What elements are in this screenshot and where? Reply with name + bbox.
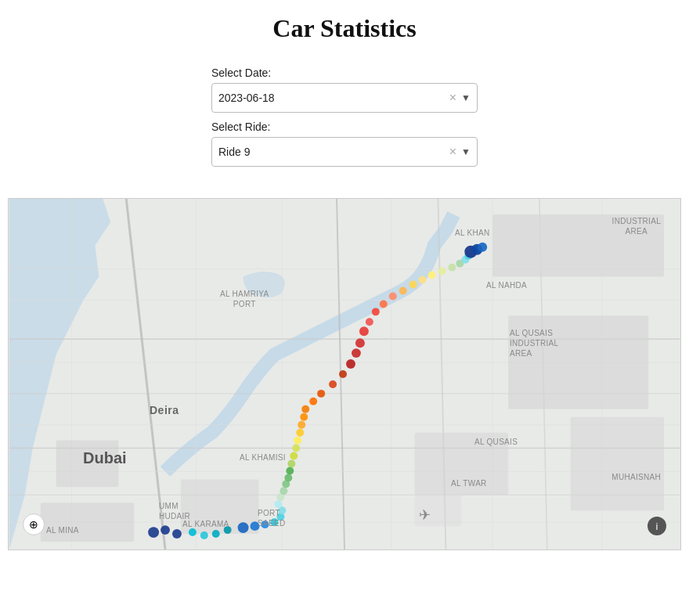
map-label-alqusais: AL QUSAIS	[474, 438, 518, 446]
map-label-alhamriya: AL HAMRIYAPORT	[220, 289, 269, 309]
svg-point-69	[409, 281, 417, 289]
svg-point-60	[346, 359, 355, 369]
svg-point-62	[355, 338, 365, 348]
svg-point-31	[172, 529, 182, 539]
svg-rect-26	[41, 503, 134, 542]
date-select-arrow-icon[interactable]: ▼	[461, 92, 471, 103]
date-select-clear-icon[interactable]: ×	[449, 92, 456, 104]
map-label-alnahda: AL NAHDA	[486, 281, 527, 290]
map-label-alqusais-industrial: AL QUSAISINDUSTRIALAREA	[510, 328, 558, 358]
svg-point-71	[428, 272, 436, 279]
svg-point-67	[389, 292, 397, 300]
compass-icon[interactable]: ⊕	[23, 513, 45, 535]
map-label-alkhamisi: AL KHAMISI	[240, 453, 286, 462]
svg-point-59	[339, 370, 347, 378]
date-select[interactable]: 2023-06-18 × ▼	[211, 83, 478, 113]
map-label-muhaisnah: MUHAISNAH	[611, 473, 661, 481]
map-label-alkhan: AL KHAN	[455, 229, 490, 237]
svg-text:✈: ✈	[419, 507, 431, 523]
svg-point-34	[212, 530, 220, 538]
map-svg: ✈	[9, 199, 680, 549]
svg-point-30	[161, 525, 170, 535]
svg-point-55	[301, 405, 309, 413]
page-container: Car Statistics Select Date: 2023-06-18 ×…	[0, 0, 689, 616]
date-select-label: Select Date:	[211, 67, 271, 79]
svg-point-70	[419, 276, 427, 284]
svg-point-72	[438, 268, 446, 276]
map-label-portsaeed: PORTSAEED	[258, 508, 285, 528]
map-label-almina: AL MINA	[46, 526, 79, 535]
page-title: Car Statistics	[272, 14, 416, 43]
svg-point-50	[292, 445, 300, 452]
svg-point-65	[372, 308, 380, 315]
controls-section: Select Date: 2023-06-18 × ▼ Select Ride:…	[211, 59, 478, 167]
ride-select-icons: × ▼	[449, 146, 471, 158]
map-label-dubai: Dubai	[83, 449, 127, 467]
svg-point-68	[399, 286, 407, 294]
svg-point-54	[300, 413, 308, 421]
svg-point-58	[329, 380, 337, 388]
map-label-industrial: INDUSTRIALAREA	[612, 216, 661, 236]
svg-point-48	[287, 460, 295, 468]
map-label-deira: Deira	[150, 404, 179, 416]
svg-point-47	[286, 467, 294, 474]
svg-point-29	[148, 527, 159, 538]
svg-point-52	[296, 429, 304, 437]
svg-point-79	[478, 243, 487, 252]
ride-select[interactable]: Ride 9 × ▼	[211, 137, 478, 167]
svg-point-57	[317, 390, 325, 398]
svg-point-36	[238, 522, 249, 533]
map-label-alkarama: AL KARAMA	[182, 520, 229, 528]
svg-point-64	[366, 318, 373, 326]
svg-point-53	[298, 421, 305, 429]
svg-rect-24	[571, 417, 664, 510]
map-label-ummhudair: UMMHUDAIR	[159, 501, 190, 521]
svg-point-44	[280, 487, 287, 495]
info-icon[interactable]: i	[648, 517, 666, 535]
svg-point-56	[309, 398, 317, 405]
map-label-altwar: AL TWAR	[451, 479, 487, 488]
svg-point-51	[294, 437, 301, 445]
svg-point-42	[274, 500, 282, 508]
svg-point-66	[380, 300, 388, 308]
map-container: ✈ INDUSTRIALAREA AL KHAN AL NAHDA AL HAM…	[8, 198, 681, 550]
svg-point-63	[359, 326, 369, 336]
ride-select-value: Ride 9	[218, 146, 449, 158]
date-select-value: 2023-06-18	[218, 92, 449, 104]
svg-point-33	[200, 531, 208, 539]
ride-select-clear-icon[interactable]: ×	[449, 146, 456, 158]
svg-point-73	[448, 264, 456, 272]
ride-select-label: Select Ride:	[211, 121, 270, 133]
svg-point-49	[290, 452, 298, 460]
svg-point-32	[189, 528, 197, 536]
svg-point-46	[284, 474, 292, 481]
svg-point-61	[352, 348, 361, 358]
date-select-icons: × ▼	[449, 92, 471, 104]
ride-select-arrow-icon[interactable]: ▼	[461, 146, 471, 157]
